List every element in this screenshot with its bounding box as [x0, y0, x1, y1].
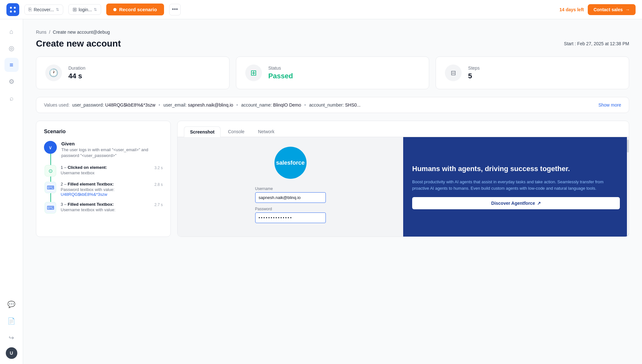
- bottom-row: Scenario ∨ Given The user logs in with e…: [36, 121, 629, 237]
- salesforce-logo-text: salesforce: [276, 160, 305, 166]
- timeline: ∨ Given The user logs in with email "<us…: [44, 141, 163, 213]
- main-content: Runs / Create new account@debug Create n…: [23, 19, 642, 364]
- login-label: login...: [79, 7, 92, 12]
- tab-console[interactable]: Console: [222, 126, 250, 137]
- chat-icon: 💬: [7, 300, 15, 308]
- breadcrumb-separator: /: [49, 30, 50, 35]
- sidebar-item-settings[interactable]: ⚙: [4, 74, 19, 89]
- given-content: Given The user logs in with email "<user…: [61, 141, 163, 159]
- value-pair-4: account_number: SHS0...: [309, 102, 360, 108]
- steps-label: Steps: [468, 65, 480, 71]
- status-value: Passed: [268, 72, 293, 80]
- breadcrumb-current: Create new account@debug: [53, 30, 110, 35]
- step-1-number: 1: [61, 165, 63, 170]
- value-val-4: SHS0...: [345, 102, 360, 108]
- step-3-detail: Username textbox with value:: [61, 207, 150, 212]
- sep-1: •: [159, 102, 160, 108]
- topbar-left: ⎘ Recover... ⇅ ⊞ login... ⇅ Record scena…: [6, 3, 181, 16]
- sidebar-item-chat[interactable]: 💬: [4, 297, 19, 311]
- sidebar-item-home[interactable]: ⌂: [4, 24, 19, 39]
- given-circle: ∨: [44, 141, 57, 154]
- recover-icon: ⎘: [29, 7, 32, 13]
- duration-info: Duration 44 s: [68, 65, 85, 80]
- start-time-value: Feb 27, 2025 at 12:38 PM: [577, 41, 629, 46]
- more-button[interactable]: •••: [169, 4, 181, 15]
- record-label: Record scenario: [119, 7, 157, 12]
- recover-chevron: ⇅: [56, 7, 59, 12]
- steps-card: ⊟ Steps 5: [436, 56, 629, 89]
- step-2-detail-text: Password textbox with value:: [61, 187, 115, 192]
- contact-arrow: →: [625, 7, 630, 12]
- step-3-content: 3 – Filled element Textbox: Username tex…: [61, 202, 150, 212]
- step-3-time: 2.7 s: [154, 202, 163, 207]
- contact-sales-button[interactable]: Contact sales →: [588, 4, 636, 15]
- sf-body: Boost productivity with AI agents that a…: [412, 179, 620, 192]
- svg-point-2: [10, 11, 12, 13]
- step-1-icon: ⊙: [45, 165, 56, 177]
- discover-agentforce-button[interactable]: Discover Agentforce ↗: [412, 197, 620, 209]
- tab-screenshot[interactable]: Screenshot: [184, 126, 221, 137]
- sidebar-item-logout[interactable]: ↪: [4, 331, 19, 345]
- tab-network[interactable]: Network: [252, 126, 281, 137]
- duration-card: 🕐 Duration 44 s: [36, 56, 230, 89]
- search-icon: ⌕: [10, 95, 13, 102]
- sidebar-item-tests[interactable]: ◎: [4, 41, 19, 55]
- sidebar-item-runs[interactable]: ≡: [4, 58, 19, 72]
- avatar[interactable]: U: [6, 347, 17, 359]
- step-2-number: 2: [61, 182, 63, 186]
- docs-icon: 📄: [7, 317, 15, 325]
- svg-point-3: [14, 11, 16, 13]
- breadcrumb-runs-link[interactable]: Runs: [36, 30, 47, 35]
- page-header: Create new account Start : Feb 27, 2025 …: [36, 39, 629, 49]
- duration-value: 44 s: [68, 72, 85, 80]
- recover-selector[interactable]: ⎘ Recover... ⇅: [24, 4, 63, 15]
- username-field: Username: [255, 186, 326, 203]
- given-item: ∨ Given The user logs in with email "<us…: [44, 141, 163, 159]
- sidebar-item-docs[interactable]: 📄: [4, 314, 19, 328]
- step-3-dash: –: [64, 202, 68, 207]
- contact-label: Contact sales: [594, 7, 623, 12]
- username-input: [255, 192, 326, 203]
- avatar-initials: U: [10, 351, 13, 356]
- value-val-1: U48RQG$kbE8%&*3szw: [105, 102, 155, 108]
- discover-label: Discover Agentforce: [491, 201, 535, 206]
- sidebar-item-search[interactable]: ⌕: [4, 91, 19, 105]
- panel-content: salesforce Username Password: [178, 137, 629, 237]
- status-label: Status: [268, 65, 293, 71]
- value-pair-3: account_name: BlinqIO Demo: [241, 102, 301, 108]
- values-bar: Values used: user_password: U48RQG$kbE8%…: [36, 97, 629, 113]
- value-key-1: user_password:: [72, 102, 104, 108]
- salesforce-logo: salesforce: [274, 147, 307, 179]
- step-2-content: 2 – Filled element Textbox: Password tex…: [61, 182, 150, 197]
- days-suffix: left: [577, 7, 584, 12]
- logout-icon: ↪: [9, 334, 14, 342]
- tests-icon: ◎: [9, 44, 14, 52]
- panel-tabs: Screenshot Console Network: [178, 121, 629, 137]
- svg-point-1: [14, 7, 16, 9]
- step-2-action: Filled element Textbox:: [68, 182, 114, 186]
- screenshot-panel: Screenshot Console Network salesforce Us…: [177, 121, 629, 237]
- start-time: Start : Feb 27, 2025 at 12:38 PM: [564, 39, 629, 46]
- step-2-link[interactable]: U48RQG$kbE8%&*3szw: [61, 192, 107, 197]
- login-selector[interactable]: ⊞ login... ⇅: [68, 4, 101, 15]
- record-button[interactable]: Record scenario: [106, 4, 164, 15]
- given-chevron-icon: ∨: [48, 144, 52, 151]
- duration-label: Duration: [68, 65, 85, 71]
- steps-info: Steps 5: [468, 65, 480, 80]
- step-1-detail: Username textbox: [61, 170, 150, 175]
- show-more-button[interactable]: Show more: [598, 102, 621, 108]
- panel-scrollbar[interactable]: [627, 137, 629, 237]
- step-1-content: 1 – Clicked on element: Username textbox: [61, 165, 150, 175]
- home-icon: ⌂: [9, 28, 13, 35]
- value-val-3: BlinqIO Demo: [273, 102, 301, 108]
- values-content: user_password: U48RQG$kbE8%&*3szw • user…: [72, 102, 593, 108]
- app-logo[interactable]: [6, 3, 19, 16]
- external-link-icon: ↗: [537, 201, 541, 206]
- more-icon: •••: [172, 6, 178, 13]
- given-label: Given: [61, 141, 163, 146]
- sf-screenshot: salesforce Username Password: [178, 137, 629, 237]
- topbar-right: 14 days left Contact sales →: [560, 4, 636, 15]
- sf-form: Username Password: [255, 186, 326, 227]
- recover-label: Recover...: [34, 7, 54, 12]
- password-input: [255, 212, 326, 223]
